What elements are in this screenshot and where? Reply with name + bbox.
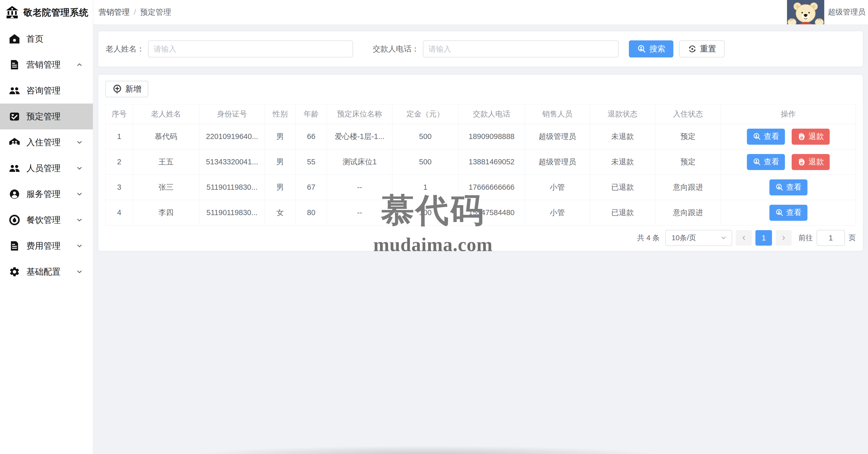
- sidebar-item-label: 基础配置: [26, 266, 61, 278]
- column-header-phone: 交款人电话: [459, 104, 525, 124]
- cell-sales: 小管: [525, 200, 590, 225]
- sidebar-item-consultation[interactable]: 咨询管理: [0, 78, 93, 103]
- view-button[interactable]: 查看: [747, 129, 785, 145]
- sidebar-item-service[interactable]: 服务管理: [0, 181, 93, 207]
- page-size-select[interactable]: 10条/页: [665, 230, 732, 246]
- total-count: 共 4 条: [637, 233, 660, 243]
- cell-id: 51190119830...: [199, 175, 265, 200]
- main-area: 营销管理 / 预定管理: [93, 0, 868, 454]
- breadcrumb-item-marketing[interactable]: 营销管理: [99, 7, 130, 18]
- column-header-bed: 预定床位名称: [327, 104, 392, 124]
- page-unit-label: 页: [848, 233, 856, 243]
- search-panel: 老人姓名： 交款人电话： 搜索 重置: [98, 31, 863, 66]
- next-page-button[interactable]: [776, 230, 792, 246]
- cell-checkin-status: 预定: [655, 124, 721, 149]
- view-button[interactable]: 查看: [747, 154, 785, 170]
- cell-refund-status: 未退款: [590, 149, 655, 175]
- search-user-icon: [775, 183, 784, 191]
- cell-name: 张三: [133, 175, 199, 200]
- sidebar-item-reservation[interactable]: 预定管理: [0, 103, 93, 129]
- breadcrumb: 营销管理 / 预定管理: [99, 7, 171, 18]
- cell-name: 王五: [133, 149, 199, 175]
- hand-refund-icon: [797, 132, 806, 141]
- sidebar-item-fees[interactable]: 费用管理: [0, 233, 93, 259]
- goto-page-input[interactable]: [816, 230, 845, 246]
- hand-refund-icon: [797, 158, 806, 166]
- view-button[interactable]: 查看: [769, 205, 807, 221]
- document-icon: [9, 240, 20, 251]
- breadcrumb-item-reservation[interactable]: 预定管理: [140, 7, 171, 18]
- view-button-label: 查看: [764, 131, 779, 142]
- add-button-label: 新增: [125, 84, 141, 94]
- cell-gender: 男: [265, 175, 296, 200]
- sidebar-item-personnel[interactable]: 人员管理: [0, 155, 93, 181]
- search-button[interactable]: 搜索: [629, 40, 673, 57]
- goto-label: 前往: [798, 233, 813, 243]
- drop-icon: [9, 214, 20, 226]
- cell-checkin-status: 意向跟进: [655, 175, 721, 200]
- view-button[interactable]: 查看: [769, 179, 807, 195]
- view-button-label: 查看: [786, 182, 802, 192]
- refund-button[interactable]: 退款: [792, 154, 830, 170]
- cell-age: 67: [296, 175, 327, 200]
- column-header-refund-status: 退款状态: [590, 104, 655, 124]
- refund-button[interactable]: 退款: [792, 129, 830, 145]
- sidebar-item-checkin[interactable]: 入住管理: [0, 129, 93, 155]
- chevron-right-icon: [780, 235, 787, 241]
- column-header-actions: 操作: [721, 104, 856, 124]
- sidebar-item-catering[interactable]: 餐饮管理: [0, 207, 93, 233]
- cell-id: 51190119830...: [199, 200, 265, 225]
- table-row: 3 张三 51190119830... 男 67 -- 1 1766666666…: [105, 175, 856, 200]
- chevron-up-icon: [76, 61, 83, 68]
- sidebar-menu: 首页 营销管理 咨询管理 预定管理 入住管理 人员管理: [0, 25, 93, 285]
- reservation-table: 序号 老人姓名 身份证号 性别 年龄 预定床位名称 定金（元） 交款人电话 销售…: [105, 104, 856, 225]
- app-title: 敬老院管理系统: [23, 6, 89, 19]
- topbar: 营销管理 / 预定管理: [93, 0, 868, 24]
- sidebar-item-home[interactable]: 首页: [0, 26, 93, 52]
- cell-refund-status: 已退款: [590, 175, 655, 200]
- column-header-checkin-status: 入住状态: [655, 104, 721, 124]
- cell-sales: 超级管理员: [525, 149, 590, 175]
- cell-sales: 超级管理员: [525, 124, 590, 149]
- sidebar-item-config[interactable]: 基础配置: [0, 259, 93, 285]
- page-number-button[interactable]: 1: [755, 230, 772, 246]
- elder-name-label: 老人姓名：: [105, 44, 145, 54]
- cell-phone: 13881469052: [459, 149, 525, 175]
- search-user-icon: [775, 208, 784, 217]
- chevron-down-icon: [76, 190, 83, 198]
- cell-actions: 查看: [721, 175, 856, 200]
- sidebar-item-label: 入住管理: [26, 137, 61, 148]
- view-button-label: 查看: [786, 207, 802, 218]
- user-box: 超级管理员: [787, 0, 868, 24]
- elder-name-input[interactable]: [148, 40, 353, 57]
- cell-phone: 18909098888: [459, 124, 525, 149]
- add-button[interactable]: 新增: [105, 81, 148, 97]
- cell-index: 3: [105, 175, 133, 200]
- reset-button[interactable]: 重置: [679, 40, 725, 57]
- cell-index: 4: [105, 200, 133, 225]
- sidebar-item-label: 首页: [26, 33, 43, 45]
- cell-bed: --: [327, 175, 392, 200]
- cell-refund-status: 已退款: [590, 200, 655, 225]
- cell-gender: 男: [265, 149, 296, 175]
- sidebar-item-marketing[interactable]: 营销管理: [0, 52, 93, 78]
- header-row: 序号 老人姓名 身份证号 性别 年龄 预定床位名称 定金（元） 交款人电话 销售…: [105, 104, 856, 124]
- sidebar-item-label: 服务管理: [26, 188, 61, 200]
- chevron-down-icon: [76, 268, 83, 275]
- avatar[interactable]: [787, 0, 824, 24]
- table-panel: 新增 序号 老人姓名 身份证号 性别 年龄 预定床: [98, 75, 863, 251]
- prev-page-button[interactable]: [736, 230, 752, 246]
- search-button-label: 搜索: [649, 43, 665, 54]
- table-row: 2 王五 51343320041... 男 55 测试床位1 500 13881…: [105, 149, 856, 175]
- cell-deposit: 100: [392, 200, 459, 225]
- refund-button-label: 退款: [808, 131, 824, 142]
- sidebar-item-label: 营销管理: [26, 59, 61, 71]
- chevron-down-icon: [76, 242, 83, 249]
- home-icon: [9, 33, 20, 44]
- cell-bed: 爱心楼-1层-1...: [327, 124, 392, 149]
- column-header-name: 老人姓名: [133, 104, 199, 124]
- payer-phone-input[interactable]: [423, 40, 619, 57]
- breadcrumb-separator: /: [134, 8, 136, 17]
- cell-phone: 17666666666: [459, 175, 525, 200]
- pagination: 共 4 条 10条/页 1 前往 页: [105, 230, 856, 246]
